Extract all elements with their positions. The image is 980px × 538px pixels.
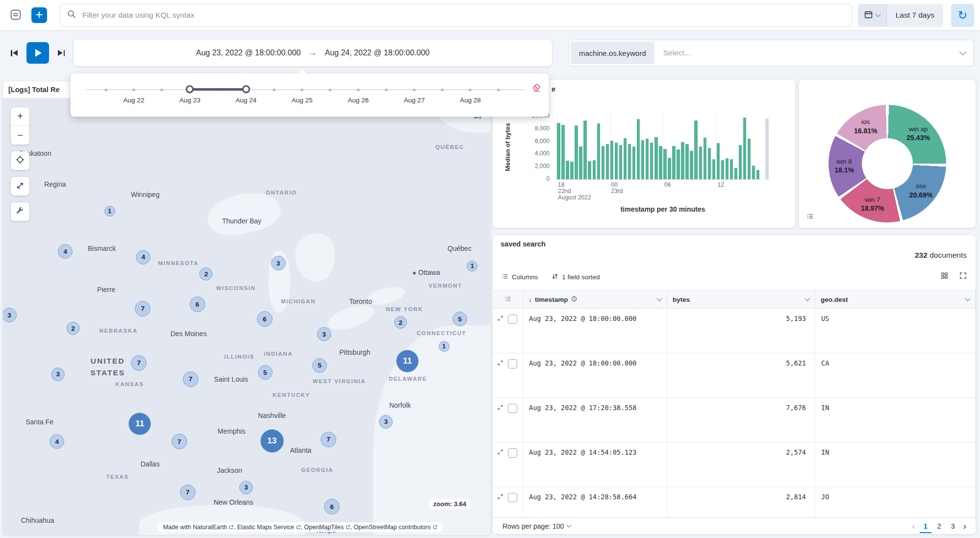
map-cluster-bubble[interactable]: 3 <box>239 481 253 494</box>
attribution-link[interactable]: Elastic Maps Service <box>237 524 301 531</box>
map-cluster-bubble[interactable]: 7 <box>131 355 147 371</box>
map-cluster-bubble[interactable]: 5 <box>258 365 273 380</box>
map-water-shape <box>295 234 334 282</box>
map-cluster-bubble[interactable]: 2 <box>394 316 407 329</box>
map-cluster-bubble[interactable]: 1 <box>439 341 450 352</box>
table-header-timestamp[interactable]: ↓timestamp <box>523 291 667 308</box>
set-view-button[interactable] <box>11 151 29 170</box>
y-axis-tick-label: 0 <box>520 175 550 182</box>
table-header-geo-dest[interactable]: geo.dest <box>815 291 976 308</box>
bar <box>690 151 693 179</box>
sorted-fields-button[interactable]: 1 field sorted <box>547 270 604 284</box>
bar <box>756 170 759 179</box>
row-checkbox[interactable] <box>508 493 517 502</box>
expand-row-icon[interactable] <box>497 360 503 366</box>
expand-row-icon[interactable] <box>497 315 503 321</box>
time-range-button[interactable]: Last 7 days <box>887 4 943 27</box>
previous-time-window-button[interactable] <box>6 42 23 64</box>
next-page-button[interactable]: › <box>961 521 969 532</box>
map-cluster-bubble[interactable]: 3 <box>379 415 393 429</box>
page-2-button[interactable]: 2 <box>933 520 945 532</box>
expand-row-icon[interactable] <box>497 493 503 500</box>
quick-select-date-button[interactable] <box>858 4 887 27</box>
map-cluster-bubble[interactable]: 4 <box>50 434 64 449</box>
expand-row-icon[interactable] <box>497 449 503 455</box>
map-cluster-bubble[interactable]: 1 <box>467 261 477 271</box>
cell-bytes: 7,676 <box>667 398 815 442</box>
map-cluster-bubble[interactable]: 13 <box>260 429 284 453</box>
row-checkbox[interactable] <box>508 315 517 324</box>
slider-track[interactable] <box>85 89 525 90</box>
next-time-window-button[interactable] <box>53 42 70 64</box>
saved-search-title: saved search <box>501 240 546 248</box>
slider-handle[interactable] <box>242 85 250 93</box>
map-cluster-bubble[interactable]: 7 <box>135 301 151 317</box>
map-panel-title: [Logs] Total Re <box>8 86 59 94</box>
map-cluster-bubble[interactable]: 4 <box>58 244 73 259</box>
display-options-button[interactable] <box>936 269 952 284</box>
map-cluster-bubble[interactable]: 1 <box>104 206 115 217</box>
map-cluster-bubble[interactable]: 4 <box>136 250 151 265</box>
add-panel-button[interactable] <box>31 7 47 23</box>
map-cluster-bubble[interactable]: 7 <box>183 371 199 387</box>
table-row[interactable]: Aug 23, 2022 @ 18:00:00.0005,621CA <box>493 353 976 398</box>
map-cluster-bubble[interactable]: 11 <box>128 413 151 435</box>
zoom-in-button[interactable]: + <box>11 107 29 126</box>
table-row[interactable]: Aug 23, 2022 @ 14:28:58.6642,814JO <box>493 487 976 517</box>
map-cluster-bubble[interactable]: 2 <box>200 267 213 280</box>
page-1-button[interactable]: 1 <box>920 520 931 532</box>
cell-geo-dest: IN <box>815 442 976 487</box>
bar-chart-plot[interactable] <box>556 109 769 180</box>
kql-filter-input[interactable] <box>81 10 845 20</box>
map-city-label: Ottawa <box>412 269 440 276</box>
map-cluster-bubble[interactable]: 3 <box>317 327 331 341</box>
row-checkbox[interactable] <box>508 448 517 458</box>
map-cluster-bubble[interactable]: 3 <box>51 367 65 381</box>
slider-tick-dot <box>329 89 331 91</box>
x-axis-tick-sublabel: 22nd <box>558 188 571 195</box>
rows-per-page-button[interactable]: Rows per page: 100 <box>500 522 574 531</box>
row-checkbox[interactable] <box>508 404 517 413</box>
os-filter-control[interactable]: machine.os.keyword Select... <box>569 40 974 66</box>
map-canvas[interactable]: SaskatoonReginaWinnipegONTARIOQUÉBECThun… <box>3 98 490 535</box>
map-cluster-bubble[interactable]: 7 <box>321 432 336 447</box>
map-cluster-bubble[interactable]: 7 <box>172 434 187 449</box>
map-cluster-bubble[interactable]: 6 <box>190 296 205 312</box>
clear-selection-button[interactable] <box>531 82 543 95</box>
fullscreen-button[interactable] <box>955 269 971 284</box>
map-cluster-bubble[interactable]: 5 <box>312 358 327 373</box>
x-axis-tick-label: 00 <box>611 181 618 188</box>
legend-toggle-button[interactable] <box>805 211 815 223</box>
map-cluster-bubble[interactable]: 7 <box>180 485 196 500</box>
map-cluster-bubble[interactable]: 6 <box>257 311 273 327</box>
columns-button[interactable]: Columns <box>497 270 543 284</box>
slider-handle[interactable] <box>186 85 194 93</box>
expand-row-icon[interactable] <box>497 404 503 411</box>
table-row[interactable]: Aug 23, 2022 @ 14:54:05.1232,574IN <box>493 442 976 487</box>
slider-date-label: Aug 24 <box>235 97 256 104</box>
table-row[interactable]: Aug 23, 2022 @ 18:00:00.0005,193US <box>493 309 976 353</box>
page-3-button[interactable]: 3 <box>947 520 959 532</box>
map-cluster-bubble[interactable]: 5 <box>452 312 467 326</box>
previous-page-button[interactable]: ‹ <box>909 521 917 532</box>
refresh-button[interactable]: ↻ <box>951 4 974 27</box>
table-row[interactable]: Aug 23, 2022 @ 17:20:38.5587,676IN <box>493 398 976 442</box>
kql-search-bar[interactable] <box>60 4 852 27</box>
map-cluster-bubble[interactable]: 6 <box>324 499 340 514</box>
map-cluster-bubble[interactable]: 2 <box>67 322 80 335</box>
table-header-bytes[interactable]: bytes <box>667 291 815 308</box>
timeslider-range-display[interactable]: Aug 23, 2022 @ 18:00:00.000 → Aug 24, 20… <box>74 40 552 66</box>
attribution-link[interactable]: OpenMapTiles <box>304 524 350 531</box>
nav-menu-button[interactable] <box>6 5 25 25</box>
pie-chart-panel: win xp25.43%osx20.69%win 718.97%win 818.… <box>799 80 976 228</box>
map-cluster-bubble[interactable]: 3 <box>3 308 17 322</box>
attribution-link[interactable]: OpenStreetMap contributors <box>353 524 437 531</box>
map-cluster-bubble[interactable]: 3 <box>271 256 286 270</box>
zoom-out-button[interactable]: − <box>11 126 29 145</box>
map-cluster-bubble[interactable]: 11 <box>396 350 419 372</box>
play-button[interactable] <box>26 42 49 64</box>
row-checkbox[interactable] <box>508 359 517 368</box>
fit-to-data-button[interactable] <box>11 177 29 196</box>
map-settings-button[interactable] <box>11 202 29 221</box>
attribution-link[interactable]: NaturalEarth <box>193 524 234 531</box>
